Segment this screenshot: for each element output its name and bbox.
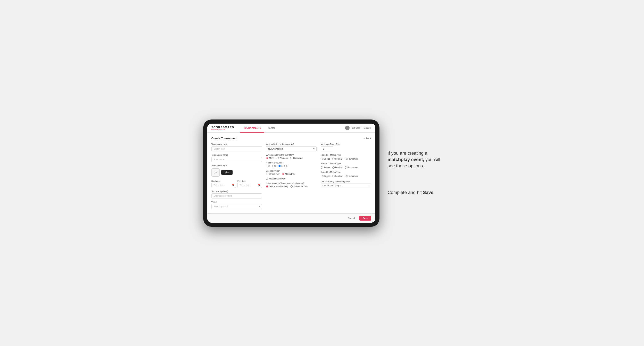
- tournament-logo-label: Tournament logo: [212, 165, 262, 167]
- round-4[interactable]: 4: [284, 165, 289, 167]
- cancel-button[interactable]: Cancel: [346, 216, 357, 221]
- round1-match-field: Round 1 - Match Type Singles Fourball: [321, 154, 371, 160]
- end-date-wrap: 📅: [238, 183, 262, 188]
- third-party-field: Use third-party live scoring API? Leader…: [321, 180, 371, 188]
- division-field: Which division is the event for? NCAA Di…: [266, 143, 316, 152]
- logo-upload: Upload: [212, 169, 262, 176]
- round3-match-field: Round 3 - Match Type Singles Fourball: [321, 171, 371, 177]
- sponsor-label: Sponsor (optional): [212, 190, 262, 192]
- date-fields: Start date 📅 End date: [212, 179, 262, 188]
- third-party-tag[interactable]: Leaderboard King × ⌄: [321, 183, 371, 188]
- scoring-stroke[interactable]: Stroke Play: [266, 173, 280, 175]
- tournament-logo-field: Tournament logo Upload: [212, 165, 262, 176]
- separator: |: [362, 127, 362, 129]
- end-date-label: End date: [238, 180, 246, 182]
- teams-field: Is this event for Teams and/or Individua…: [266, 182, 316, 188]
- calendar-icon-2: 📅: [258, 184, 260, 186]
- round2-singles[interactable]: Singles: [321, 166, 330, 169]
- user-avatar: [345, 126, 350, 130]
- brand-name: SCOREBOARD: [212, 126, 234, 129]
- image-icon: [214, 171, 218, 174]
- round3-fourball[interactable]: Fourball: [332, 175, 342, 177]
- save-button[interactable]: Save: [360, 216, 371, 221]
- upload-button[interactable]: Upload: [221, 170, 233, 175]
- tournament-name-field: Tournament name: [212, 154, 262, 162]
- form-header: Create Tournament ← Back: [212, 137, 371, 140]
- tablet-screen: SCOREBOARD Powered by clippit TOURNAMENT…: [207, 124, 376, 223]
- round3-foursomes[interactable]: Foursomes: [345, 175, 358, 177]
- annotations: If you are creating a matchplay event, y…: [388, 150, 441, 196]
- venue-field: Venue ▼: [212, 201, 262, 209]
- venue-input[interactable]: [212, 204, 262, 209]
- form-columns: Tournament Host Tournament name Tourname…: [212, 143, 371, 209]
- max-team-input[interactable]: [321, 146, 333, 152]
- tournament-name-label: Tournament name: [212, 154, 262, 156]
- signout-link[interactable]: Sign out: [364, 127, 371, 129]
- annotation-bottom: Complete and hit Save.: [388, 185, 441, 196]
- teams-option[interactable]: Teams (+Individuals): [266, 185, 288, 188]
- tag-close-icon[interactable]: ×: [340, 184, 341, 187]
- gender-field: Which gender is the event for? Mens Wome…: [266, 154, 316, 159]
- max-team-field: Maximum Team Size: [321, 143, 371, 152]
- rounds-radio-group: 1 2 3: [266, 165, 316, 167]
- date-row: Start date 📅 End date: [212, 179, 262, 188]
- round1-fourball[interactable]: Fourball: [332, 158, 342, 160]
- round-2[interactable]: 2: [272, 165, 276, 167]
- sponsor-input[interactable]: [212, 193, 262, 198]
- venue-dropdown-icon: ▼: [258, 205, 260, 207]
- teams-label: Is this event for Teams and/or Individua…: [266, 182, 316, 184]
- svg-point-1: [215, 172, 215, 172]
- form-middle-column: Which division is the event for? NCAA Di…: [266, 143, 316, 209]
- brand: SCOREBOARD Powered by clippit: [212, 126, 234, 130]
- end-date-group: End date 📅: [238, 179, 262, 188]
- gender-mens[interactable]: Mens: [266, 157, 274, 159]
- round1-foursomes[interactable]: Foursomes: [345, 158, 358, 160]
- form-left-column: Tournament Host Tournament name Tourname…: [212, 143, 262, 209]
- nav-tabs: TOURNAMENTS TEAMS: [240, 124, 279, 132]
- round-1[interactable]: 1: [266, 165, 270, 167]
- round1-singles[interactable]: Singles: [321, 158, 330, 160]
- division-select[interactable]: NCAA Division I: [266, 146, 316, 152]
- page-wrapper: SCOREBOARD Powered by clippit TOURNAMENT…: [179, 120, 466, 227]
- third-party-label: Use third-party live scoring API?: [321, 180, 371, 183]
- tournament-host-label: Tournament Host: [212, 143, 262, 146]
- venue-wrap: ▼: [212, 204, 262, 209]
- round3-label: Round 3 - Match Type: [321, 171, 371, 173]
- round-3[interactable]: 3: [278, 165, 282, 167]
- sponsor-field: Sponsor (optional): [212, 190, 262, 198]
- round2-label: Round 2 - Match Type: [321, 163, 371, 165]
- max-team-label: Maximum Team Size: [321, 143, 371, 146]
- gender-label: Which gender is the event for?: [266, 154, 316, 156]
- rounds-field: Number of rounds 1 2: [266, 162, 316, 167]
- division-label: Which division is the event for?: [266, 143, 316, 146]
- tag-dropdown-icon[interactable]: ⌄: [368, 184, 370, 187]
- third-party-value: Leaderboard King: [322, 184, 339, 187]
- tournament-host-field: Tournament Host: [212, 143, 262, 152]
- logo-placeholder: [212, 169, 220, 176]
- tab-teams[interactable]: TEAMS: [264, 124, 279, 133]
- brand-sub: Powered by clippit: [212, 129, 234, 130]
- start-date-label: Start date: [212, 180, 220, 182]
- scoring-radio-group: Stroke Play Match Play Medal Match Play: [266, 173, 316, 180]
- scoring-match[interactable]: Match Play: [282, 173, 295, 175]
- round2-foursomes[interactable]: Foursomes: [345, 166, 358, 169]
- tournament-host-input[interactable]: [212, 146, 262, 152]
- tablet-device: SCOREBOARD Powered by clippit TOURNAMENT…: [203, 120, 380, 227]
- navbar: SCOREBOARD Powered by clippit TOURNAMENT…: [207, 124, 376, 133]
- tournament-name-input[interactable]: [212, 157, 262, 162]
- user-name: Test User: [351, 127, 360, 129]
- scoring-medal[interactable]: Medal Match Play: [266, 177, 285, 180]
- tab-tournaments[interactable]: TOURNAMENTS: [240, 124, 264, 133]
- teams-radio-group: Teams (+Individuals) Individuals Only: [266, 185, 316, 188]
- gender-combined[interactable]: Combined: [290, 157, 303, 159]
- individuals-option[interactable]: Individuals Only: [290, 185, 308, 188]
- round2-fourball[interactable]: Fourball: [332, 166, 342, 169]
- start-date-wrap: 📅: [212, 183, 236, 188]
- start-date-group: Start date 📅: [212, 179, 236, 188]
- back-button[interactable]: ← Back: [363, 137, 371, 140]
- round3-singles[interactable]: Singles: [321, 175, 330, 177]
- round1-label: Round 1 - Match Type: [321, 154, 371, 156]
- form-title: Create Tournament: [212, 137, 238, 140]
- round2-radio-group: Singles Fourball Foursomes: [321, 166, 371, 169]
- gender-womens[interactable]: Womens: [276, 157, 288, 159]
